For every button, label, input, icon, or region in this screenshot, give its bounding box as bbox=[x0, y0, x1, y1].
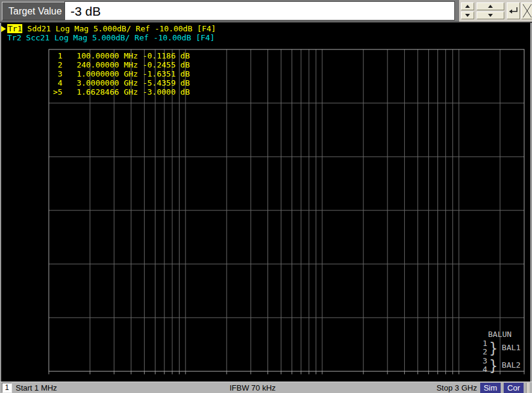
start-frequency: Start 1 MHz bbox=[16, 383, 57, 392]
spin-up-small-button[interactable] bbox=[461, 2, 474, 10]
titlebar-control-panel bbox=[459, 0, 532, 22]
balun-group-2: 3 4 } BAL2 bbox=[483, 356, 521, 374]
brace-icon: } bbox=[489, 356, 498, 374]
trace1-info[interactable]: Tr1 Sdd21 Log Mag 5.000dB/ Ref -10.00dB … bbox=[1, 24, 216, 33]
target-value-input[interactable]: -3 dB bbox=[64, 1, 455, 20]
spin-down-large-button[interactable] bbox=[477, 11, 504, 19]
trace1-desc: Sdd21 Log Mag 5.000dB/ Ref -10.00dB [F4] bbox=[22, 24, 216, 33]
status-bar: 1 Start 1 MHz IFBW 70 kHz Stop 3 GHz Sim… bbox=[0, 382, 532, 393]
balun-title: BALUN bbox=[488, 330, 521, 339]
up-arrow-icon bbox=[488, 5, 493, 8]
trace1-id: Tr1 bbox=[7, 24, 22, 33]
balun-group-1: 1 2 } BAL1 bbox=[483, 339, 521, 356]
marker-table-row: 3 1.0000000 GHz -1.6351 dB bbox=[53, 69, 190, 78]
channel-number: 1 bbox=[2, 383, 12, 393]
down-arrow-icon bbox=[465, 14, 470, 17]
trace2-id: Tr2 bbox=[7, 33, 21, 42]
resize-handle[interactable] bbox=[526, 383, 530, 393]
target-value-label: Target Value bbox=[2, 2, 69, 20]
balun-legend: BALUN 1 2 } BAL1 3 4 } BAL2 bbox=[483, 330, 521, 374]
trace2-desc: Scc21 Log Mag 5.000dB/ Ref -10.00dB [F4] bbox=[21, 33, 214, 42]
vna-window: Target Value -3 dB bbox=[0, 0, 532, 393]
target-value-titlebar: Target Value -3 dB bbox=[0, 0, 532, 23]
marker-table: 1 100.00000 MHz -0.1186 dB 2 240.00000 M… bbox=[53, 51, 190, 96]
return-arrow-icon bbox=[509, 7, 518, 15]
sim-badge: Sim bbox=[480, 383, 501, 393]
up-arrow-icon bbox=[465, 5, 470, 8]
active-trace-arrow-icon bbox=[1, 26, 6, 32]
marker-table-row: 2 240.00000 MHz -0.2455 dB bbox=[53, 60, 190, 69]
trace2-info[interactable]: Tr2 Scc21 Log Mag 5.000dB/ Ref -10.00dB … bbox=[7, 33, 214, 42]
cor-badge: Cor bbox=[504, 383, 524, 393]
window-left-edge bbox=[0, 23, 1, 393]
close-button[interactable] bbox=[521, 2, 532, 19]
marker-table-row: 1 100.00000 MHz -0.1186 dB bbox=[53, 51, 190, 60]
spin-up-large-button[interactable] bbox=[477, 2, 504, 10]
balun1-ports: 1 2 bbox=[483, 339, 489, 356]
down-arrow-icon bbox=[488, 14, 493, 17]
brace-icon: } bbox=[489, 339, 498, 356]
marker-table-row: >5 1.6628466 GHz -3.0000 dB bbox=[53, 87, 190, 96]
close-x-icon bbox=[522, 4, 532, 18]
stop-frequency: Stop 3 GHz bbox=[436, 383, 477, 392]
enter-button[interactable] bbox=[507, 2, 520, 19]
balun1-label: BAL1 bbox=[502, 343, 521, 352]
marker-table-row: 4 3.0000000 GHz -5.4359 dB bbox=[53, 78, 190, 87]
ifbw-readout: IFBW 70 kHz bbox=[230, 383, 276, 392]
balun2-ports: 3 4 bbox=[483, 357, 489, 374]
spin-down-small-button[interactable] bbox=[461, 11, 474, 19]
balun2-label: BAL2 bbox=[502, 360, 521, 369]
